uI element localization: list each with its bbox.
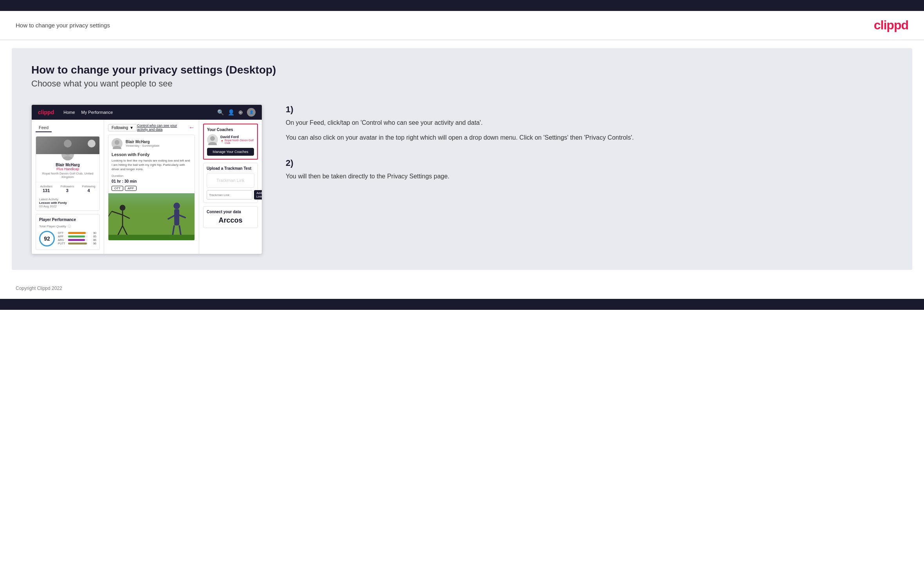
profile-banner bbox=[36, 137, 99, 154]
stat-followers: Followers 3 bbox=[61, 185, 74, 193]
bar-label-arg: ARG bbox=[58, 239, 67, 241]
info-icon: ⓘ bbox=[68, 225, 71, 228]
player-performance: Player Performance Total Player Quality … bbox=[36, 214, 100, 250]
profile-handicap: Plus Handicap bbox=[36, 167, 99, 171]
post-author-info: Blair McHarg Yesterday · Sunningdale bbox=[126, 140, 159, 147]
step-2-para-1: You will then be taken directly to the P… bbox=[286, 171, 893, 182]
step-2-text: You will then be taken directly to the P… bbox=[286, 171, 893, 182]
step-2-number: 2) bbox=[286, 158, 893, 168]
step-2: 2) You will then be taken directly to th… bbox=[286, 158, 893, 182]
trackman-section: Upload a Trackman Test Trackman Link Add… bbox=[203, 163, 258, 203]
svg-rect-5 bbox=[108, 193, 195, 215]
svg-point-2 bbox=[115, 140, 119, 145]
main-content: How to change your privacy settings (Des… bbox=[12, 48, 912, 270]
profile-stats: Activities 131 Followers 3 Following 4 bbox=[36, 182, 99, 195]
red-arrow-icon: ← bbox=[189, 124, 195, 131]
post-duration-label: Duration bbox=[108, 174, 195, 179]
header: How to change your privacy settings clip… bbox=[0, 11, 924, 40]
bar-val-arg: 86 bbox=[89, 239, 96, 241]
app-nav-home[interactable]: Home bbox=[63, 110, 75, 115]
control-privacy-link[interactable]: Control who can see your activity and da… bbox=[137, 124, 187, 131]
coaches-highlight-box: Your Coaches David Ford 📍 Royal North bbox=[203, 124, 258, 160]
top-bar bbox=[0, 0, 924, 11]
person-icon[interactable]: 👤 bbox=[228, 109, 234, 115]
bar-fill-app bbox=[68, 235, 85, 237]
post-tags: OTT APP bbox=[108, 186, 195, 193]
following-button[interactable]: Following ▼ bbox=[108, 124, 137, 131]
search-icon[interactable]: 🔍 bbox=[217, 109, 224, 115]
bar-track-arg bbox=[68, 239, 88, 241]
stat-following-label: Following bbox=[82, 185, 95, 188]
coach-club-name: Royal North Devon Golf Club bbox=[225, 139, 254, 144]
tpq-bar-ott: OTT 90 bbox=[58, 232, 96, 234]
bar-val-app: 85 bbox=[89, 235, 96, 238]
logo: clippd bbox=[874, 18, 908, 32]
location-icon: 📍 bbox=[220, 140, 224, 143]
svg-point-21 bbox=[208, 142, 217, 145]
svg-point-6 bbox=[120, 205, 126, 210]
svg-rect-19 bbox=[108, 235, 195, 240]
step-1: 1) On your Feed, click/tap on 'Control w… bbox=[286, 104, 893, 142]
step-1-para-2: You can also click on your avatar in the… bbox=[286, 133, 893, 143]
trackman-input-row: Add Link bbox=[207, 190, 254, 200]
avatar[interactable]: 👤 bbox=[247, 108, 256, 117]
app-nav-performance[interactable]: My Performance bbox=[81, 110, 113, 115]
tag-ott: OTT bbox=[112, 186, 123, 191]
chevron-down-icon: ▼ bbox=[130, 126, 133, 130]
post-card: Blair McHarg Yesterday · Sunningdale Les… bbox=[108, 135, 195, 241]
plus-circle-icon[interactable]: ⊕ bbox=[238, 109, 243, 115]
stat-following-value: 4 bbox=[82, 188, 95, 193]
bar-fill-ott bbox=[68, 232, 86, 234]
post-header: Blair McHarg Yesterday · Sunningdale bbox=[108, 135, 195, 152]
coaches-section: Your Coaches David Ford 📍 Royal North bbox=[204, 124, 257, 159]
bar-val-ott: 90 bbox=[89, 232, 96, 234]
step-1-text: On your Feed, click/tap on 'Control who … bbox=[286, 118, 893, 142]
following-label: Following bbox=[112, 126, 128, 130]
coach-info: David Ford 📍 Royal North Devon Golf Club bbox=[220, 135, 254, 144]
trackman-section-title: Upload a Trackman Test bbox=[207, 166, 254, 171]
pp-title: Player Performance bbox=[39, 217, 96, 222]
copyright-text: Copyright Clippd 2022 bbox=[16, 286, 62, 291]
coach-club: 📍 Royal North Devon Golf Club bbox=[220, 139, 254, 144]
app-right-panel: Your Coaches David Ford 📍 Royal North bbox=[199, 120, 262, 254]
golfer-silhouette bbox=[108, 193, 195, 240]
svg-point-3 bbox=[113, 146, 121, 149]
tpq-circle: 92 bbox=[39, 231, 55, 246]
tpq-bars: OTT 90 APP bbox=[58, 232, 96, 246]
tpq-label: Total Player Quality ⓘ bbox=[39, 224, 96, 228]
stat-followers-label: Followers bbox=[61, 185, 74, 188]
bar-track-ott bbox=[68, 232, 88, 234]
app-sidebar: Feed Blair McHarg Plus H bbox=[32, 120, 104, 254]
coach-name: David Ford bbox=[220, 135, 254, 139]
coach-avatar bbox=[207, 134, 218, 145]
post-description: Looking to feel like my hands are exitin… bbox=[108, 158, 195, 174]
tpq-bar-putt: PUTT 96 bbox=[58, 242, 96, 245]
latest-activity-name: Lesson with Fordy bbox=[39, 201, 96, 205]
app-feed: Following ▼ Control who can see your act… bbox=[104, 120, 199, 254]
tpq-row: 92 OTT 90 APP bbox=[39, 231, 96, 246]
tag-app: APP bbox=[125, 186, 137, 191]
trackman-link-input[interactable] bbox=[207, 190, 252, 200]
post-date: Yesterday · Sunningdale bbox=[126, 144, 159, 147]
connect-section-title: Connect your data bbox=[207, 210, 254, 214]
svg-point-20 bbox=[210, 136, 215, 141]
feed-tab[interactable]: Feed bbox=[36, 124, 52, 132]
manage-coaches-button[interactable]: Manage Your Coaches bbox=[207, 148, 254, 156]
coaches-section-title: Your Coaches bbox=[207, 128, 254, 132]
page-title: How to change your privacy settings (Des… bbox=[31, 64, 893, 76]
bar-fill-putt bbox=[68, 243, 87, 244]
bar-track-app bbox=[68, 235, 88, 237]
bar-label-putt: PUTT bbox=[58, 242, 67, 245]
footer: Copyright Clippd 2022 bbox=[0, 278, 924, 299]
post-image bbox=[108, 193, 195, 240]
latest-activity: Latest Activity Lesson with Fordy 03 Aug… bbox=[36, 195, 99, 210]
app-nav-logo: clippd bbox=[38, 109, 54, 115]
post-duration-value: 01 hr : 30 min bbox=[108, 179, 195, 186]
stat-activities-label: Activities bbox=[40, 185, 52, 188]
add-link-button[interactable]: Add Link bbox=[254, 190, 262, 200]
instructions: 1) On your Feed, click/tap on 'Control w… bbox=[278, 104, 893, 197]
connect-section: Connect your data Arccos bbox=[203, 206, 258, 228]
svg-point-1 bbox=[63, 156, 73, 161]
bar-label-app: APP bbox=[58, 235, 67, 238]
header-title: How to change your privacy settings bbox=[16, 22, 110, 29]
